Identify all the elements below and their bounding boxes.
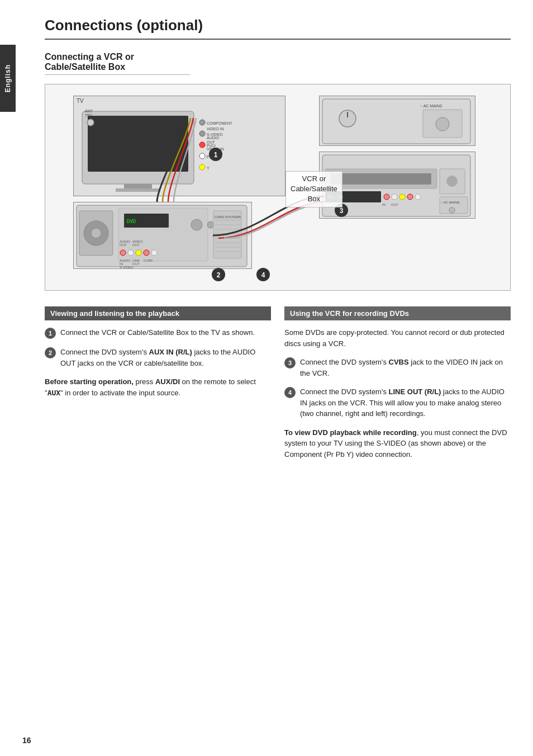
svg-rect-57 bbox=[331, 173, 431, 185]
svg-point-6 bbox=[199, 142, 205, 148]
svg-point-84 bbox=[256, 268, 270, 281]
view-note-bold: To view DVD playback while recording bbox=[284, 428, 417, 437]
svg-text:Y: Y bbox=[207, 166, 210, 170]
svg-text:OUT: OUT bbox=[391, 203, 398, 206]
svg-point-34 bbox=[120, 250, 126, 256]
vcr-equipment: 00:00 IN OUT ~ AC MAINS bbox=[319, 152, 475, 219]
svg-point-29 bbox=[207, 221, 214, 228]
svg-point-5 bbox=[199, 131, 205, 136]
svg-point-7 bbox=[199, 153, 205, 159]
tv-equipment: TV COMPONENT VIDEO bbox=[73, 96, 285, 196]
svg-point-80 bbox=[212, 268, 225, 281]
svg-text:VIDEO IN: VIDEO IN bbox=[207, 147, 224, 151]
svg-text:ANT: ANT bbox=[85, 109, 93, 113]
diagram-box: TV COMPONENT VIDEO bbox=[45, 84, 511, 291]
svg-point-20 bbox=[87, 119, 94, 126]
step-1-text: Connect the VCR or Cable/Satellite Box t… bbox=[60, 327, 255, 338]
right-svg: ~ AC MAINS bbox=[320, 96, 475, 145]
diagram-inner: TV COMPONENT VIDEO bbox=[45, 84, 510, 290]
step-1-num: 1 bbox=[45, 328, 56, 339]
copy-protection-note: Some DVDs are copy-protected. You cannot… bbox=[284, 327, 511, 349]
svg-point-36 bbox=[136, 250, 141, 256]
svg-rect-2 bbox=[124, 184, 152, 188]
svg-text:IN: IN bbox=[382, 203, 386, 206]
dvd-svg: DVD AUDIO VIDEO OUT OUT bbox=[74, 202, 251, 268]
svg-text:CARD SYSTEMS: CARD SYSTEMS bbox=[215, 215, 241, 219]
step-3: 3 Connect the DVD system's CVBS jack to … bbox=[284, 357, 511, 379]
section-subtitle: Connecting a VCR orCable/Satellite Box bbox=[45, 52, 190, 75]
step-3-num: 3 bbox=[284, 357, 296, 368]
svg-point-62 bbox=[384, 194, 389, 200]
aux-mono: AUX bbox=[47, 389, 60, 397]
svg-text:OUT: OUT bbox=[120, 243, 127, 247]
svg-point-75 bbox=[436, 117, 449, 131]
svg-text:OUT: OUT bbox=[207, 140, 216, 144]
svg-point-38 bbox=[151, 250, 157, 256]
tv-label: TV bbox=[74, 96, 285, 106]
svg-point-65 bbox=[407, 194, 413, 200]
two-col-layout: Viewing and listening to the playback 1 … bbox=[45, 306, 511, 467]
right-steps: 3 Connect the DVD system's CVBS jack to … bbox=[284, 357, 511, 419]
note-bold-start: Before starting operation, bbox=[45, 377, 134, 386]
svg-text:S-VIDEO: S-VIDEO bbox=[120, 266, 134, 268]
section-subtitle-text: Connecting a VCR orCable/Satellite Box bbox=[45, 52, 134, 72]
step-2-num: 2 bbox=[45, 347, 56, 358]
svg-text:OUT: OUT bbox=[132, 262, 140, 266]
step-3-text: Connect the DVD system's CVBS jack to th… bbox=[300, 357, 511, 379]
left-column: Viewing and listening to the playback 1 … bbox=[45, 306, 271, 467]
dvd-equipment: DVD AUDIO VIDEO OUT OUT bbox=[73, 202, 252, 269]
svg-point-28 bbox=[191, 219, 202, 230]
side-tab-label: English bbox=[4, 64, 12, 92]
main-content: Connections (optional) Connecting a VCR … bbox=[22, 0, 533, 490]
aux-btn: AUX/DI bbox=[155, 377, 180, 386]
svg-text:~ AC MAINS: ~ AC MAINS bbox=[420, 104, 442, 108]
view-note: To view DVD playback while recording, yo… bbox=[284, 427, 511, 460]
step-2: 2 Connect the DVD system's AUX IN (R/L) … bbox=[45, 347, 271, 368]
step-4: 4 Connect the DVD system's LINE OUT (R/L… bbox=[284, 386, 511, 419]
svg-rect-1 bbox=[88, 116, 188, 172]
svg-text:AUDIO: AUDIO bbox=[207, 136, 220, 140]
svg-text:2: 2 bbox=[217, 271, 221, 279]
right-equipment: ~ AC MAINS bbox=[319, 96, 475, 146]
tv-svg: COMPONENT VIDEO IN S-VIDEO Pr/Cr Pb/Cb Y… bbox=[74, 106, 285, 205]
left-col-header: Viewing and listening to the playback bbox=[45, 306, 271, 320]
vcr-svg: 00:00 IN OUT ~ AC MAINS bbox=[320, 152, 475, 218]
svg-text:COMPONENT: COMPONENT bbox=[207, 121, 232, 125]
svg-text:75Ω: 75Ω bbox=[85, 114, 92, 117]
svg-point-4 bbox=[199, 120, 205, 125]
svg-rect-3 bbox=[116, 188, 160, 192]
svg-text:Pb/Cb: Pb/Cb bbox=[207, 155, 218, 159]
page-title: Connections (optional) bbox=[45, 17, 511, 40]
side-tab: English bbox=[0, 45, 16, 112]
left-steps: 1 Connect the VCR or Cable/Satellite Box… bbox=[45, 327, 271, 368]
step-2-text: Connect the DVD system's AUX IN (R/L) ja… bbox=[60, 347, 271, 368]
right-col-header: Using the VCR for recording DVDs bbox=[284, 306, 511, 320]
svg-point-59 bbox=[446, 176, 458, 187]
svg-text:OUT: OUT bbox=[132, 243, 140, 247]
step-4-text: Connect the DVD system's LINE OUT (R/L) … bbox=[300, 386, 511, 419]
svg-text:4: 4 bbox=[261, 271, 265, 279]
step-4-num: 4 bbox=[284, 387, 296, 398]
svg-point-8 bbox=[199, 164, 205, 170]
svg-point-35 bbox=[128, 250, 134, 256]
page-number: 16 bbox=[22, 736, 31, 745]
aux-note: Before starting operation, press AUX/DI … bbox=[45, 376, 271, 398]
svg-point-37 bbox=[144, 250, 149, 256]
step-1: 1 Connect the VCR or Cable/Satellite Box… bbox=[45, 327, 271, 339]
svg-text:VIDEO IN: VIDEO IN bbox=[207, 127, 224, 131]
vcr-box-label: VCR or Cable/Satellite Box bbox=[285, 171, 342, 207]
svg-point-66 bbox=[415, 194, 421, 200]
right-column: Using the VCR for recording DVDs Some DV… bbox=[284, 306, 511, 467]
svg-text:~ AC MAINS: ~ AC MAINS bbox=[441, 201, 460, 204]
svg-point-63 bbox=[392, 194, 397, 200]
svg-point-64 bbox=[399, 194, 405, 200]
svg-text:DVD: DVD bbox=[127, 219, 136, 224]
svg-point-24 bbox=[92, 229, 101, 238]
svg-point-71 bbox=[449, 207, 455, 213]
svg-text:CVBS: CVBS bbox=[144, 259, 153, 262]
